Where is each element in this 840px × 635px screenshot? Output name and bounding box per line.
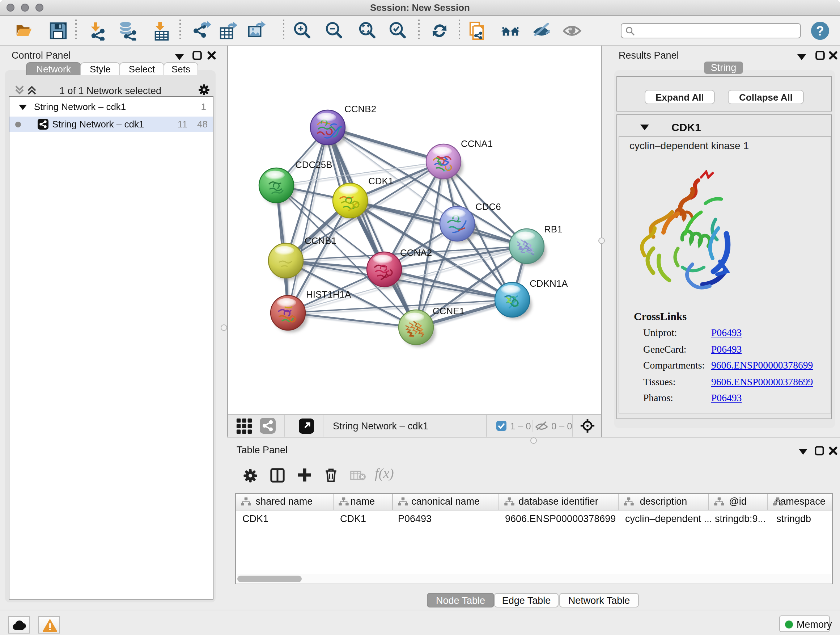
svg-text:CCNA2: CCNA2: [400, 247, 432, 258]
svg-text:HIST1H1A: HIST1H1A: [306, 289, 351, 300]
svg-text:RB1: RB1: [544, 224, 562, 234]
svg-text:CCNE1: CCNE1: [433, 306, 464, 317]
svg-text:CCNB1: CCNB1: [305, 235, 336, 246]
svg-text:CCNA1: CCNA1: [461, 138, 493, 149]
svg-text:CDK1: CDK1: [368, 176, 393, 187]
svg-text:?: ?: [816, 24, 824, 38]
svg-text:CDC6: CDC6: [475, 201, 501, 212]
svg-text:CDKN1A: CDKN1A: [530, 278, 568, 289]
svg-text:CDC25B: CDC25B: [295, 159, 332, 170]
svg-text:CCNB2: CCNB2: [344, 103, 376, 114]
